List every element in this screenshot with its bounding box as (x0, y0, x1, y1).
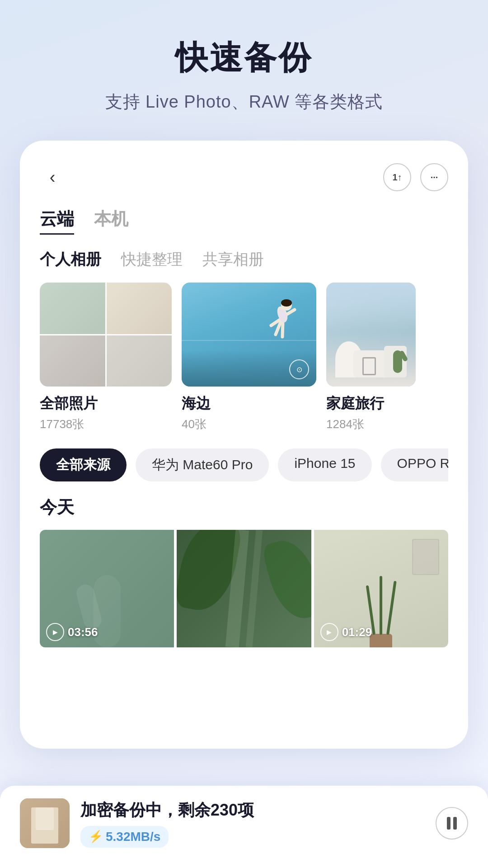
family-thumb (326, 283, 416, 387)
backup-speed-badge: ⚡ 5.32MB/s (80, 826, 169, 848)
page-subtitle: 支持 Live Photo、RAW 等各类格式 (27, 90, 461, 113)
filter-huawei[interactable]: 华为 Mate60 Pro (136, 448, 269, 481)
tab-personal-album[interactable]: 个人相册 (40, 249, 101, 270)
album-all-count: 17738张 (40, 416, 172, 432)
tab-local[interactable]: 本机 (94, 208, 128, 235)
play-button-1[interactable]: ▶ (46, 623, 64, 641)
grid-cell-3 (40, 335, 105, 387)
today-photo-1[interactable]: ▶ 03:56 (40, 530, 174, 647)
video-overlay-1: ▶ 03:56 (46, 623, 98, 641)
today-photos-grid: ▶ 03:56 (40, 530, 448, 647)
grid-cell-4 (107, 335, 172, 387)
video-duration-1: 03:56 (68, 625, 98, 639)
album-family-count: 1284张 (326, 416, 416, 432)
pause-icon (447, 817, 457, 830)
today-photo-3[interactable]: ▶ 01:29 (314, 530, 448, 647)
lightning-icon: ⚡ (89, 830, 103, 844)
beach-thumb: ⊙ (182, 283, 316, 387)
album-beach[interactable]: ⊙ 海边 40张 (182, 283, 316, 432)
tab-cloud[interactable]: 云端 (40, 208, 74, 235)
filter-all[interactable]: 全部来源 (40, 448, 127, 481)
sub-tabs: 个人相册 快捷整理 共享相册 (40, 249, 448, 270)
back-button[interactable]: ‹ (40, 165, 65, 190)
live-photo-icon: ⊙ (289, 359, 309, 379)
filter-iphone[interactable]: iPhone 15 (278, 448, 371, 481)
more-options-button[interactable]: ··· (420, 163, 448, 191)
backup-title: 加密备份中，剩余230项 (80, 799, 425, 821)
album-beach-count: 40张 (182, 416, 316, 432)
header-area: 快速备份 支持 Live Photo、RAW 等各类格式 (0, 0, 488, 132)
today-section-title: 今天 (40, 496, 448, 519)
top-icons: 1↑ ··· (383, 163, 448, 191)
play-button-3[interactable]: ▶ (320, 623, 338, 641)
backup-thumb-image (20, 798, 70, 848)
tab-shared-album[interactable]: 共享相册 (202, 249, 264, 270)
album-family[interactable]: 家庭旅行 1284张 (326, 283, 416, 432)
video-overlay-3: ▶ 01:29 (320, 623, 372, 641)
sort-icon-label: 1↑ (392, 172, 402, 183)
backup-bar: 加密备份中，剩余230项 ⚡ 5.32MB/s (0, 786, 488, 868)
svg-point-2 (281, 299, 292, 307)
pause-button[interactable] (436, 807, 468, 840)
album-family-label: 家庭旅行 (326, 394, 416, 414)
sort-icon-button[interactable]: 1↑ (383, 163, 411, 191)
today-photo-2[interactable] (177, 530, 311, 647)
photo-bg-2 (177, 530, 311, 647)
page-title: 快速备份 (27, 36, 461, 80)
albums-row: 全部照片 17738张 (40, 283, 448, 432)
backup-info: 加密备份中，剩余230项 ⚡ 5.32MB/s (80, 799, 425, 848)
grid-cell-1 (40, 283, 105, 334)
diver-icon (267, 292, 298, 350)
album-all-label: 全部照片 (40, 394, 172, 414)
main-tabs: 云端 本机 (40, 208, 448, 235)
tab-quick-sort[interactable]: 快捷整理 (121, 249, 183, 270)
grid-cell-2 (107, 283, 172, 334)
album-all-photos[interactable]: 全部照片 17738张 (40, 283, 172, 432)
filter-oppo[interactable]: OPPO Reno (381, 448, 448, 481)
all-photos-thumb (40, 283, 172, 387)
video-duration-3: 01:29 (342, 625, 372, 639)
more-icon-label: ··· (431, 172, 438, 183)
svg-line-6 (282, 322, 283, 337)
album-beach-label: 海边 (182, 394, 316, 414)
phone-card: ‹ 1↑ ··· 云端 本机 个人相册 快捷整理 共享相册 (20, 141, 468, 749)
top-bar: ‹ 1↑ ··· (40, 163, 448, 191)
speed-value: 5.32MB/s (106, 830, 160, 844)
filter-row: 全部来源 华为 Mate60 Pro iPhone 15 OPPO Reno (40, 448, 448, 481)
